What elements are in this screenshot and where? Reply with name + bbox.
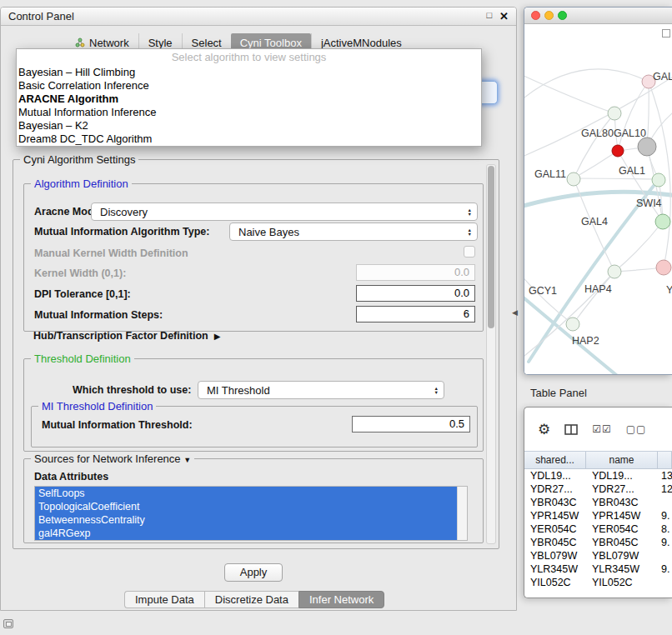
columns-icon[interactable] — [564, 424, 578, 435]
manual-kernel-width-checkbox[interactable] — [464, 246, 475, 258]
network-edge[interactable] — [524, 274, 573, 324]
table-column-header[interactable] — [658, 452, 672, 468]
table-row[interactable]: YLR345WYLR345W9. — [524, 562, 672, 576]
birdseye-toggle[interactable] — [662, 29, 670, 38]
network-node-label: Y — [666, 284, 672, 296]
data-attribute-item[interactable]: TopologicalCoefficient — [35, 500, 457, 513]
algorithm-option[interactable]: Bayesian – K2 — [17, 119, 481, 132]
algorithm-popup-list: Bayesian – Hill ClimbingBasic Correlatio… — [17, 66, 481, 146]
table-row[interactable]: YER054CYER054C8. — [524, 522, 672, 536]
data-attributes-label: Data Attributes — [34, 471, 108, 482]
data-attribute-item[interactable]: gal4RGexp — [35, 527, 457, 540]
aracne-mode-value: Discovery — [100, 206, 148, 218]
table-row[interactable]: YDL19...YDL19...13 — [524, 469, 672, 482]
select-all-icon[interactable]: ☑☑ — [592, 423, 612, 435]
network-node[interactable] — [652, 173, 665, 187]
algorithm-option[interactable]: ARACNE Algorithm — [17, 92, 481, 106]
minimize-window-icon[interactable] — [544, 11, 554, 20]
threshold-type-select[interactable]: MI Threshold ▲▼ — [198, 381, 444, 399]
aracne-mode-select[interactable]: Discovery ▲▼ — [91, 202, 478, 221]
dropdown-arrows-icon: ▲▼ — [468, 228, 472, 236]
table-cell: 9. — [658, 509, 672, 522]
deselect-all-icon[interactable]: ▢▢ — [626, 423, 647, 435]
panel-splitter-arrow[interactable]: ◀ — [512, 308, 518, 317]
control-panel-titlebar[interactable]: Control Panel □ ✕ — [1, 8, 516, 26]
titlebar-buttons: □ ✕ — [486, 10, 509, 22]
tab-label: jActiveMNodules — [321, 37, 402, 49]
network-node[interactable] — [656, 260, 671, 275]
algorithm-option[interactable]: Mutual Information Inference — [17, 106, 481, 119]
hub-definition-expander[interactable]: Hub/Transcription Factor Definition ▶ — [33, 330, 220, 342]
network-window-titlebar[interactable] — [524, 8, 672, 24]
algorithm-option[interactable]: Dream8 DC_TDC Algorithm — [17, 132, 481, 146]
table-row[interactable]: YIL052CYIL052C — [524, 576, 672, 589]
float-panel-icon[interactable]: □ — [486, 10, 492, 22]
table-row[interactable]: YBR043CYBR043C — [524, 496, 672, 509]
expander-down-icon: ▼ — [183, 456, 191, 464]
algorithm-option[interactable]: Bayesian – Hill Climbing — [17, 66, 481, 79]
desktop: { "titlebar": { "title": "Control Panel"… — [0, 0, 672, 635]
tab-discretize-data[interactable]: Discretize Data — [204, 591, 298, 608]
table-toolbar: ⚙ ☑☑ ▢▢ — [524, 408, 672, 451]
apply-button[interactable]: Apply — [224, 563, 283, 582]
dpi-tolerance-label: DPI Tolerance [0,1]: — [34, 288, 131, 300]
hub-definition-label: Hub/Transcription Factor Definition — [33, 330, 208, 342]
restore-panel-icon[interactable] — [3, 619, 13, 628]
table-row[interactable]: YPR145WYPR145W9. — [524, 509, 672, 522]
network-node-label: GAL1 — [619, 165, 645, 177]
network-node-label: GAL11 — [534, 168, 566, 180]
mi-algorithm-type-value: Naive Bayes — [238, 226, 299, 238]
cyni-algorithm-settings-group: Cyni Algorithm Settings Algorithm Defini… — [13, 159, 499, 549]
data-attribute-item[interactable]: BetweennessCentrality — [35, 513, 457, 527]
settings-group-title: Cyni Algorithm Settings — [20, 153, 138, 166]
dropdown-arrows-icon: ▲▼ — [468, 208, 472, 216]
network-edge[interactable] — [573, 272, 614, 324]
sources-title: Sources for Network Inference — [34, 452, 181, 465]
dpi-tolerance-field[interactable]: 0.0 — [356, 285, 475, 302]
network-node-label: GAL4 — [581, 216, 608, 228]
sources-title-expander[interactable]: Sources for Network Inference ▼ — [31, 452, 194, 465]
mi-threshold-field[interactable]: 0.5 — [352, 416, 470, 432]
algorithm-option[interactable]: Basic Correlation Inference — [17, 79, 481, 92]
network-edge[interactable] — [524, 74, 614, 113]
network-node[interactable] — [567, 172, 580, 186]
table-row[interactable]: YDR27...YDR27...12 — [524, 482, 672, 496]
table-column-header[interactable]: name — [586, 452, 658, 468]
table-cell: YIL052C — [586, 576, 658, 589]
sources-group: Sources for Network Inference ▼ Data Att… — [23, 458, 484, 543]
network-node[interactable] — [612, 145, 624, 157]
close-window-icon[interactable] — [531, 11, 540, 20]
network-node[interactable] — [608, 265, 621, 278]
tab-infer-network[interactable]: Infer Network — [298, 591, 384, 608]
network-canvas[interactable]: GALGAL80GAL10GAL11GAL1SWI4GAL4GCY1HAP4YH… — [524, 24, 672, 375]
control-panel-title: Control Panel — [8, 10, 74, 22]
scrollbar-thumb[interactable] — [488, 166, 494, 328]
network-edge[interactable] — [574, 178, 659, 179]
mi-algorithm-type-select[interactable]: Naive Bayes ▲▼ — [229, 222, 478, 241]
network-node[interactable] — [608, 107, 621, 120]
network-node[interactable] — [566, 318, 579, 331]
mi-steps-field[interactable]: 6 — [356, 306, 475, 322]
zoom-window-icon[interactable] — [558, 11, 567, 20]
table-body: YDL19...YDL19...13YDR27...YDR27...12YBR0… — [524, 469, 672, 589]
list-scrollbar[interactable] — [457, 487, 467, 540]
network-node-label: GAL10 — [614, 128, 646, 139]
settings-scrollbar[interactable] — [486, 164, 496, 544]
network-node-label: HAP4 — [584, 283, 612, 295]
gear-icon[interactable]: ⚙ — [538, 421, 550, 438]
network-node[interactable] — [638, 138, 656, 156]
table-cell: YBR045C — [524, 536, 586, 549]
table-column-header[interactable]: shared... — [524, 452, 586, 468]
threshold-definition-title: Threshold Definition — [31, 352, 134, 365]
network-node[interactable] — [655, 214, 670, 229]
tab-impute-data[interactable]: Impute Data — [124, 591, 204, 608]
table-row[interactable]: YBR045CYBR045C9. — [524, 536, 672, 549]
table-row[interactable]: YBL079WYBL079W — [524, 549, 672, 562]
tab-label: Select — [192, 37, 222, 49]
data-attributes-list[interactable]: SelfLoopsTopologicalCoefficientBetweenne… — [34, 486, 468, 541]
data-attribute-item[interactable]: SelfLoops — [35, 487, 457, 500]
table-cell: YBR043C — [524, 496, 586, 509]
algorithm-popup: Select algorithm to view settings Bayesi… — [16, 48, 482, 147]
table-cell — [658, 576, 672, 589]
close-panel-icon[interactable]: ✕ — [499, 10, 509, 22]
